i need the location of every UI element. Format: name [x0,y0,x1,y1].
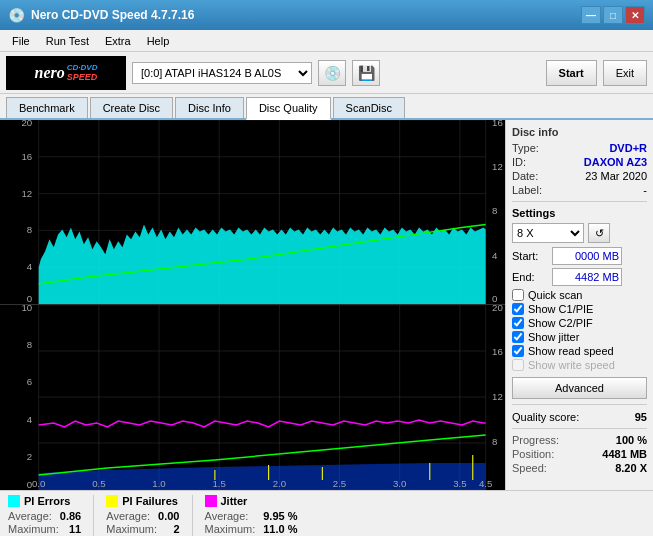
show-write-speed-label: Show write speed [528,359,615,371]
title-bar: 💿 Nero CD-DVD Speed 4.7.7.16 — □ ✕ [0,0,653,30]
drive-selector[interactable]: [0:0] ATAPI iHAS124 B AL0S [132,62,312,84]
start-mb-input[interactable] [552,247,622,265]
show-c1pie-checkbox[interactable] [512,303,524,315]
tab-disc-quality[interactable]: Disc Quality [246,97,331,120]
speed-label: Speed: [512,462,547,474]
right-panel: Disc info Type: DVD+R ID: DAXON AZ3 Date… [505,120,653,490]
pi-failures-group: PI Failures Average: 0.00 Maximum: 2 Tot… [106,495,179,536]
pi-errors-avg-value: 0.86 [60,510,81,522]
speed-selector[interactable]: 8 X 4 X 12 X 16 X [512,223,584,243]
pi-failures-avg-value: 0.00 [158,510,179,522]
end-mb-label: End: [512,271,548,283]
pi-errors-icon [8,495,20,507]
show-write-speed-checkbox [512,359,524,371]
position-value: 4481 MB [602,448,647,460]
progress-value: 100 % [616,434,647,446]
jitter-label: Jitter [221,495,248,507]
show-jitter-label: Show jitter [528,331,579,343]
show-jitter-checkbox[interactable] [512,331,524,343]
refresh-icon-button[interactable]: ↺ [588,223,610,243]
pi-failures-icon [106,495,118,507]
svg-text:1.0: 1.0 [152,479,165,489]
pi-failures-label: PI Failures [122,495,178,507]
menu-file[interactable]: File [4,33,38,49]
position-label: Position: [512,448,554,460]
svg-text:0.0: 0.0 [32,479,45,489]
quality-score-label: Quality score: [512,411,579,423]
tab-scan-disc[interactable]: ScanDisc [333,97,405,118]
svg-text:2.0: 2.0 [273,479,286,489]
type-value: DVD+R [609,142,647,154]
id-label: ID: [512,156,526,168]
toolbar: nero CD·DVDSPEED [0:0] ATAPI iHAS124 B A… [0,52,653,94]
main-content: 20 16 12 8 4 0 16 12 8 4 0 [0,120,653,490]
show-c2pif-label: Show C2/PIF [528,317,593,329]
svg-text:3.0: 3.0 [393,479,406,489]
settings-title: Settings [512,207,647,219]
date-label: Date: [512,170,538,182]
speed-value: 8.20 X [615,462,647,474]
svg-text:8: 8 [492,437,497,447]
show-c2pif-checkbox[interactable] [512,317,524,329]
chart-area: 20 16 12 8 4 0 16 12 8 4 0 [0,120,505,490]
divider-1 [93,495,94,536]
svg-text:16: 16 [21,152,32,162]
tab-bar: Benchmark Create Disc Disc Info Disc Qua… [0,94,653,120]
disc-label-value: - [643,184,647,196]
exit-button[interactable]: Exit [603,60,647,86]
svg-text:3.5: 3.5 [453,479,466,489]
jitter-icon [205,495,217,507]
svg-text:12: 12 [21,189,32,199]
menu-extra[interactable]: Extra [97,33,139,49]
show-read-speed-label: Show read speed [528,345,614,357]
svg-text:0: 0 [27,294,32,304]
show-read-speed-checkbox[interactable] [512,345,524,357]
jitter-avg-label: Average: [205,510,249,522]
bottom-stats: PI Errors Average: 0.86 Maximum: 11 Tota… [0,490,653,536]
svg-text:8: 8 [492,207,497,217]
progress-label: Progress: [512,434,559,446]
disc-label-label: Label: [512,184,542,196]
jitter-avg-value: 9.95 % [263,510,297,522]
tab-create-disc[interactable]: Create Disc [90,97,173,118]
svg-text:10: 10 [21,305,32,313]
pi-failures-avg-label: Average: [106,510,150,522]
tab-disc-info[interactable]: Disc Info [175,97,244,118]
quick-scan-label: Quick scan [528,289,582,301]
pi-errors-max-value: 11 [69,523,81,535]
date-value: 23 Mar 2020 [585,170,647,182]
maximize-button[interactable]: □ [603,6,623,24]
pi-errors-label: PI Errors [24,495,70,507]
pi-failures-max-label: Maximum: [106,523,157,535]
svg-text:16: 16 [492,347,503,357]
menu-help[interactable]: Help [139,33,178,49]
disc-icon-button[interactable]: 💿 [318,60,346,86]
svg-text:4: 4 [27,415,32,425]
svg-text:8: 8 [27,340,32,350]
advanced-button[interactable]: Advanced [512,377,647,399]
end-mb-input[interactable] [552,268,622,286]
close-button[interactable]: ✕ [625,6,645,24]
svg-text:0: 0 [492,294,497,304]
tab-benchmark[interactable]: Benchmark [6,97,88,118]
show-c1pie-label: Show C1/PIE [528,303,593,315]
quality-score-value: 95 [635,411,647,423]
svg-text:20: 20 [492,305,503,313]
divider-2 [192,495,193,536]
svg-text:1.5: 1.5 [212,479,225,489]
svg-text:8: 8 [27,226,32,236]
svg-text:4.5: 4.5 [479,479,492,489]
svg-text:4: 4 [492,252,497,262]
title-text: Nero CD-DVD Speed 4.7.7.16 [31,8,194,22]
app-icon: 💿 [8,7,25,23]
minimize-button[interactable]: — [581,6,601,24]
start-button[interactable]: Start [546,60,597,86]
quick-scan-checkbox[interactable] [512,289,524,301]
jitter-max-value: 11.0 % [263,523,297,535]
bottom-chart: 10 8 6 4 2 0 20 16 12 8 0.0 0.5 1.0 1.5 … [0,305,505,490]
svg-text:2.5: 2.5 [333,479,346,489]
svg-text:4: 4 [27,262,32,272]
start-mb-label: Start: [512,250,548,262]
save-icon-button[interactable]: 💾 [352,60,380,86]
menu-run-test[interactable]: Run Test [38,33,97,49]
